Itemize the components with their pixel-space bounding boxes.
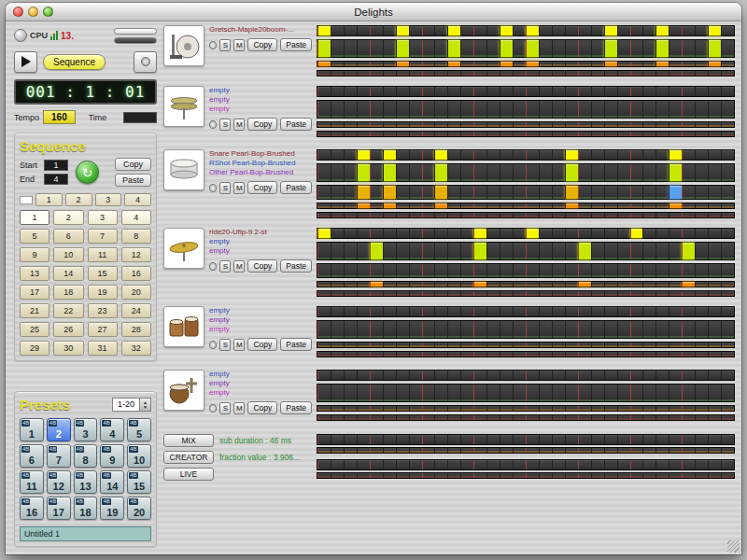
step-cell[interactable] bbox=[539, 473, 552, 478]
step-cell[interactable] bbox=[682, 385, 695, 401]
step-cell[interactable] bbox=[669, 40, 682, 57]
step-cell[interactable] bbox=[655, 150, 669, 160]
step-cell[interactable] bbox=[331, 243, 344, 259]
step-cell[interactable] bbox=[486, 132, 500, 136]
step-cell[interactable] bbox=[383, 415, 396, 420]
step-cell[interactable] bbox=[473, 291, 486, 296]
solo-button[interactable]: S bbox=[219, 339, 231, 351]
step-cell[interactable] bbox=[565, 203, 578, 208]
step-cell[interactable] bbox=[708, 291, 721, 296]
step-cell[interactable] bbox=[552, 406, 565, 411]
step-cell[interactable] bbox=[591, 101, 604, 118]
step-cell[interactable] bbox=[317, 448, 331, 453]
step-cell[interactable] bbox=[669, 87, 682, 96]
step-cell[interactable] bbox=[434, 473, 447, 478]
step-cell[interactable] bbox=[370, 150, 383, 160]
step-cell[interactable] bbox=[317, 40, 331, 57]
step-cell[interactable] bbox=[409, 40, 422, 57]
step-cell[interactable] bbox=[409, 71, 422, 76]
step-cell[interactable] bbox=[591, 291, 604, 296]
step-cell[interactable] bbox=[383, 62, 396, 66]
step-cell[interactable] bbox=[669, 132, 682, 136]
step-cell[interactable] bbox=[434, 307, 447, 316]
step-cell[interactable] bbox=[682, 435, 695, 444]
track-sample-name[interactable]: empty bbox=[209, 237, 312, 246]
step-cell[interactable] bbox=[539, 291, 552, 296]
step-cell[interactable] bbox=[604, 203, 617, 208]
step-cell[interactable] bbox=[721, 203, 734, 208]
step-cell[interactable] bbox=[526, 473, 539, 478]
step-cell[interactable] bbox=[383, 385, 396, 401]
step-cell[interactable] bbox=[708, 448, 721, 453]
step-cell[interactable] bbox=[473, 122, 486, 127]
resize-grip[interactable] bbox=[727, 540, 740, 553]
step-cell[interactable] bbox=[721, 282, 734, 287]
step-cell[interactable] bbox=[682, 186, 695, 199]
step-cell[interactable] bbox=[578, 415, 591, 420]
step-cell[interactable] bbox=[552, 343, 565, 347]
step-cell[interactable] bbox=[357, 62, 370, 66]
preset-button[interactable]: 4B17 bbox=[47, 497, 71, 520]
step-cell[interactable] bbox=[642, 473, 655, 478]
step-cell[interactable] bbox=[591, 406, 604, 411]
step-cell[interactable] bbox=[604, 321, 617, 338]
step-cell[interactable] bbox=[409, 132, 422, 136]
step-cell[interactable] bbox=[642, 122, 655, 127]
step-cell[interactable] bbox=[682, 460, 695, 469]
step-cell[interactable] bbox=[655, 101, 669, 118]
step-cell[interactable] bbox=[642, 460, 655, 469]
track-select-led[interactable] bbox=[209, 184, 217, 192]
step-cell[interactable] bbox=[434, 150, 447, 160]
step-cell[interactable] bbox=[591, 448, 604, 453]
step-cell[interactable] bbox=[383, 321, 396, 338]
step-cell[interactable] bbox=[526, 321, 539, 338]
step-cell[interactable] bbox=[617, 307, 630, 316]
step-cell[interactable] bbox=[591, 87, 604, 96]
step-cell[interactable] bbox=[473, 164, 486, 181]
step-cell[interactable] bbox=[370, 40, 383, 57]
step-cell[interactable] bbox=[655, 243, 669, 259]
step-cell[interactable] bbox=[383, 435, 396, 444]
step-cell[interactable] bbox=[500, 352, 513, 357]
step-cell[interactable] bbox=[447, 132, 460, 136]
step-cell[interactable] bbox=[513, 415, 526, 420]
step-cell[interactable] bbox=[695, 150, 708, 160]
step-cell[interactable] bbox=[708, 264, 721, 277]
step-cell[interactable] bbox=[317, 71, 331, 76]
step-cell[interactable] bbox=[682, 101, 695, 118]
step-cell[interactable] bbox=[565, 87, 578, 96]
step-cell[interactable] bbox=[473, 229, 486, 238]
step-cell[interactable] bbox=[708, 406, 721, 411]
preset-name-input[interactable] bbox=[20, 526, 151, 541]
track-paste-button[interactable]: Paste bbox=[280, 38, 312, 51]
track-icon-toms[interactable] bbox=[163, 306, 204, 347]
step-cell[interactable] bbox=[396, 460, 409, 469]
step-cell[interactable] bbox=[344, 264, 357, 277]
step-cell[interactable] bbox=[565, 282, 578, 287]
step-cell[interactable] bbox=[721, 448, 734, 453]
step-cell[interactable] bbox=[422, 101, 435, 118]
step-cell[interactable] bbox=[344, 291, 357, 296]
step-cell[interactable] bbox=[331, 473, 344, 478]
preset-button[interactable]: 4B2 bbox=[47, 418, 71, 441]
step-cell[interactable] bbox=[396, 213, 409, 217]
step-cell[interactable] bbox=[460, 307, 473, 316]
step-cell[interactable] bbox=[682, 264, 695, 277]
step-cell[interactable] bbox=[422, 132, 435, 136]
step-cell[interactable] bbox=[526, 203, 539, 208]
measure-button[interactable]: 3 bbox=[88, 210, 118, 225]
mute-button[interactable]: M bbox=[233, 39, 245, 51]
step-cell[interactable] bbox=[473, 213, 486, 217]
step-cell[interactable] bbox=[565, 371, 578, 380]
step-cell[interactable] bbox=[708, 352, 721, 357]
step-cell[interactable] bbox=[370, 321, 383, 338]
step-cell[interactable] bbox=[473, 101, 486, 118]
loop-button[interactable]: ↻ bbox=[76, 161, 99, 184]
step-cell[interactable] bbox=[344, 71, 357, 76]
step-cell[interactable] bbox=[422, 150, 435, 160]
step-cell[interactable] bbox=[370, 282, 383, 287]
track-sample-name[interactable]: empty bbox=[209, 86, 312, 95]
sequence-mode-button[interactable]: Sequence bbox=[43, 54, 106, 70]
step-cell[interactable] bbox=[500, 40, 513, 57]
track-select-led[interactable] bbox=[209, 262, 217, 271]
